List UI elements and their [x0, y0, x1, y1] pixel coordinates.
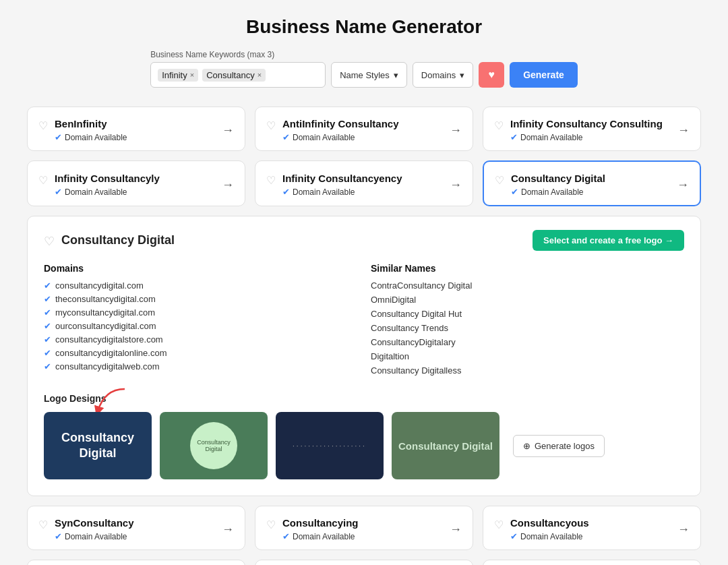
card-name: Consultancying: [282, 517, 359, 529]
logo-designs-title: Logo Designs: [44, 393, 684, 404]
heart-outline-icon[interactable]: ♡: [266, 518, 276, 531]
domain-status: Domain Available: [520, 133, 583, 142]
list-item: Consultancy Digital Hut: [371, 309, 684, 319]
card-name: Infinity Consultancyency: [282, 173, 402, 184]
logo-text-1: ConsultancyDigital: [61, 430, 134, 462]
domain-status: Domain Available: [293, 133, 355, 142]
similar-list: ContraConsultancy Digital OmniDigital Co…: [371, 280, 684, 376]
search-bar: Business Name Keywords (max 3) Infinity …: [27, 50, 701, 88]
logo-designs-section: Logo Designs ConsultancyDigital: [44, 393, 684, 479]
heart-outline-icon[interactable]: ♡: [38, 174, 48, 187]
generate-button[interactable]: Generate: [510, 62, 578, 88]
logo-card-2[interactable]: Consultancy Digital: [160, 412, 268, 479]
domain-status: Domain Available: [65, 133, 127, 142]
list-item: Consultancy Trends: [371, 323, 684, 333]
name-card-antiinfinity[interactable]: ♡ AntiInfinity Consultancy ✔ Domain Avai…: [255, 107, 473, 151]
name-card-infinity-consultancy-consulting[interactable]: ♡ Infinity Consultancy Consulting ✔ Doma…: [483, 107, 701, 151]
check-icon: ✔: [511, 187, 518, 197]
card-name: SynConsultancy: [55, 517, 134, 529]
logo-card-4[interactable]: Consultancy Digital: [392, 412, 499, 479]
name-card-synconsultancy[interactable]: ♡ SynConsultancy ✔ Domain Available →: [27, 506, 245, 550]
name-card-infinity-consultancy-focus[interactable]: ♡ INFINITY CONSULTANCY FOCUS ✔ Domain Av…: [255, 560, 473, 565]
list-item: ✔consultancydigital.com: [44, 280, 357, 291]
keyword-tag-consultancy: Consultancy ×: [202, 69, 266, 82]
favorites-button[interactable]: ♥: [479, 62, 504, 88]
card-name: Consultancyous: [510, 517, 589, 529]
detail-panel: ♡ Consultancy Digital Select and create …: [27, 216, 701, 496]
card-arrow-icon[interactable]: →: [677, 123, 690, 138]
name-card-consultancying[interactable]: ♡ Consultancying ✔ Domain Available →: [255, 506, 473, 550]
card-arrow-icon[interactable]: →: [677, 523, 690, 537]
top-cards-grid: ♡ BenInfinity ✔ Domain Available → ♡ Ant…: [27, 107, 701, 206]
domains-section-title: Domains: [44, 263, 357, 274]
heart-outline-icon[interactable]: ♡: [266, 174, 276, 187]
name-card-infinity-consultancyly[interactable]: ♡ Infinity Consultancyly ✔ Domain Availa…: [27, 160, 245, 206]
bottom-cards-row1: ♡ SynConsultancy ✔ Domain Available → ♡ …: [27, 506, 701, 550]
name-card-infinity-consultancy-field[interactable]: ♡ Infinity Consultancy Field ✔ Domain Av…: [483, 560, 701, 565]
keywords-group: Business Name Keywords (max 3) Infinity …: [150, 50, 578, 88]
logo-card-3[interactable]: ···················: [276, 412, 384, 479]
select-create-logo-button[interactable]: Select and create a free logo →: [533, 230, 684, 251]
card-arrow-icon[interactable]: →: [222, 123, 234, 138]
name-card-infinity-consultancyency[interactable]: ♡ Infinity Consultancyency ✔ Domain Avai…: [255, 160, 473, 206]
detail-name: Consultancy Digital: [61, 233, 175, 247]
check-icon: ✔: [44, 361, 51, 371]
domain-status: Domain Available: [293, 187, 355, 197]
logo-dashes: ···················: [293, 442, 367, 450]
card-arrow-icon[interactable]: →: [450, 123, 462, 138]
heart-outline-icon[interactable]: ♡: [494, 518, 504, 531]
logo-card-1[interactable]: ConsultancyDigital: [44, 412, 152, 479]
check-icon: ✔: [44, 307, 51, 318]
generate-logos-button[interactable]: ⊕ Generate logos: [513, 435, 605, 457]
card-arrow-icon[interactable]: →: [677, 178, 689, 192]
check-icon: ✔: [44, 334, 51, 345]
name-styles-dropdown[interactable]: Name Styles ▾: [331, 62, 407, 88]
card-arrow-icon[interactable]: →: [222, 178, 234, 192]
list-item: ✔theconsultancydigital.com: [44, 294, 357, 304]
domain-list: ✔consultancydigital.com ✔theconsultancyd…: [44, 280, 357, 371]
domain-status: Domain Available: [65, 532, 127, 541]
logo-designs-row: ConsultancyDigital Consultancy Digital ·…: [44, 412, 684, 479]
list-item: OmniDigital: [371, 295, 684, 305]
heart-outline-icon[interactable]: ♡: [38, 518, 48, 531]
check-icon: ✔: [282, 187, 290, 197]
name-card-beninfinity[interactable]: ♡ BenInfinity ✔ Domain Available →: [27, 107, 245, 151]
detail-columns: Domains ✔consultancydigital.com ✔thecons…: [44, 263, 684, 380]
card-arrow-icon[interactable]: →: [450, 523, 462, 537]
check-icon: ✔: [55, 531, 62, 541]
keywords-label: Business Name Keywords (max 3): [150, 50, 578, 59]
name-card-consultancy-group[interactable]: ♡ Consultancy Group ✔ Domain Available →: [27, 560, 245, 565]
list-item: Consultancy Digitalless: [371, 365, 684, 376]
card-name: Infinity Consultancyly: [55, 173, 160, 184]
list-item: ✔consultancydigitalonline.com: [44, 348, 357, 358]
list-item: ContraConsultancy Digital: [371, 280, 684, 291]
list-item: ✔consultancydigitalweb.com: [44, 361, 357, 371]
domains-dropdown[interactable]: Domains ▾: [413, 62, 473, 88]
name-card-consultancyous[interactable]: ♡ Consultancyous ✔ Domain Available →: [483, 506, 701, 550]
remove-consultancy[interactable]: ×: [257, 71, 262, 79]
detail-heart-icon[interactable]: ♡: [44, 234, 55, 249]
name-card-consultancy-digital[interactable]: ♡ Consultancy Digital ✔ Domain Available…: [483, 160, 701, 206]
domain-status: Domain Available: [520, 532, 583, 541]
red-arrow-indicator: [91, 388, 131, 415]
check-icon: ✔: [55, 187, 62, 197]
card-name: Consultancy Digital: [511, 173, 605, 184]
card-name: Infinity Consultancy Consulting: [510, 118, 663, 129]
card-arrow-icon[interactable]: →: [222, 523, 234, 537]
remove-infinity[interactable]: ×: [190, 71, 194, 79]
domain-status: Domain Available: [65, 187, 127, 197]
heart-outline-icon[interactable]: ♡: [495, 174, 504, 187]
heart-outline-icon[interactable]: ♡: [494, 119, 504, 132]
card-arrow-icon[interactable]: →: [450, 178, 462, 192]
heart-outline-icon[interactable]: ♡: [266, 119, 276, 132]
domain-status: Domain Available: [293, 532, 355, 541]
page-title: Business Name Generator: [27, 16, 701, 38]
domain-status: Domain Available: [521, 187, 584, 197]
check-icon: ✔: [55, 132, 62, 142]
heart-outline-icon[interactable]: ♡: [38, 119, 48, 132]
keywords-input[interactable]: Infinity × Consultancy ×: [150, 62, 326, 88]
check-icon: ✔: [282, 132, 290, 142]
similar-names-section: Similar Names ContraConsultancy Digital …: [371, 263, 684, 380]
check-icon: ✔: [44, 294, 51, 304]
keyword-tag-infinity: Infinity ×: [158, 69, 198, 82]
